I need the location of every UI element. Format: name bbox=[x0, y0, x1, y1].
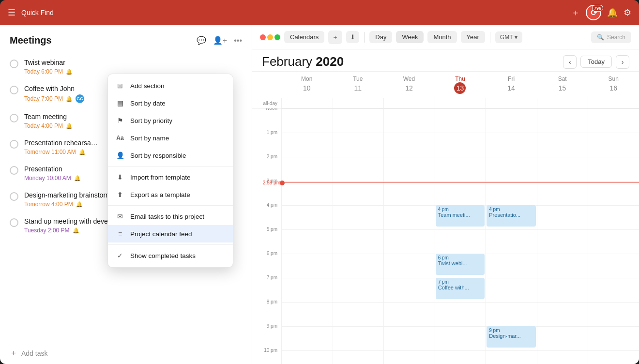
time-cell[interactable] bbox=[333, 350, 384, 364]
close-dot[interactable] bbox=[260, 34, 266, 40]
time-cell[interactable] bbox=[435, 302, 486, 326]
time-cell[interactable] bbox=[435, 108, 486, 133]
more-icon[interactable]: ••• bbox=[234, 36, 242, 45]
month-button[interactable]: Month bbox=[427, 31, 456, 43]
time-cell[interactable] bbox=[486, 133, 537, 157]
calendar-body[interactable]: Noon1 pm2 pm3 pm4 pm5 pm6 pm7 pm8 pm9 pm… bbox=[252, 108, 639, 364]
gear-icon[interactable]: ⚙ bbox=[624, 7, 631, 18]
time-cell[interactable] bbox=[588, 108, 639, 133]
next-button[interactable]: › bbox=[616, 55, 629, 69]
time-cell[interactable] bbox=[537, 326, 588, 350]
time-cell[interactable] bbox=[588, 229, 639, 254]
time-cell[interactable] bbox=[281, 302, 333, 326]
time-cell[interactable] bbox=[537, 254, 588, 278]
calendar-event[interactable]: 4 pm Team meeti... bbox=[436, 205, 485, 227]
task-checkbox-7[interactable] bbox=[10, 218, 18, 227]
time-cell[interactable] bbox=[383, 278, 435, 302]
time-cell[interactable] bbox=[537, 205, 588, 229]
task-checkbox-4[interactable] bbox=[10, 140, 18, 149]
menu-item-sort-name[interactable]: Aa Sort by name bbox=[108, 129, 233, 147]
download-button[interactable]: ⬇ bbox=[346, 31, 359, 43]
prev-button[interactable]: ‹ bbox=[563, 55, 577, 69]
menu-item-show-completed[interactable]: ✓ Show completed tasks bbox=[108, 247, 233, 264]
time-cell[interactable] bbox=[537, 108, 588, 133]
time-cell[interactable] bbox=[333, 326, 384, 350]
search-box[interactable]: 🔍 Search bbox=[591, 31, 631, 43]
time-cell[interactable] bbox=[435, 133, 486, 157]
time-cell[interactable] bbox=[383, 302, 435, 326]
time-cell[interactable] bbox=[281, 205, 333, 229]
time-cell[interactable] bbox=[383, 157, 435, 181]
add-task-button[interactable]: ＋ Add task bbox=[0, 342, 252, 364]
menu-item-calendar-feed[interactable]: ≡ Project calendar feed bbox=[108, 225, 233, 243]
bell-icon[interactable]: 🔔 bbox=[607, 7, 618, 18]
time-cell[interactable] bbox=[333, 278, 384, 302]
time-cell[interactable] bbox=[333, 205, 384, 229]
time-cell[interactable] bbox=[486, 350, 537, 364]
time-cell[interactable] bbox=[333, 229, 384, 254]
maximize-dot[interactable] bbox=[274, 34, 280, 40]
menu-item-import-template[interactable]: ⬇ Import from template bbox=[108, 168, 233, 186]
menu-item-sort-priority[interactable]: ⚑ Sort by priority bbox=[108, 112, 233, 129]
week-button[interactable]: Week bbox=[396, 31, 424, 43]
time-cell[interactable] bbox=[435, 350, 486, 364]
time-cell[interactable] bbox=[588, 181, 639, 205]
calendar-event[interactable]: 9 pm Design-mar... bbox=[487, 326, 536, 348]
time-cell[interactable] bbox=[281, 278, 333, 302]
menu-item-sort-date[interactable]: ▤ Sort by date bbox=[108, 94, 233, 112]
menu-item-add-section[interactable]: ⊞ Add section bbox=[108, 77, 233, 94]
menu-item-email-tasks[interactable]: ✉ Email tasks to this project bbox=[108, 208, 233, 225]
time-cell[interactable] bbox=[486, 181, 537, 205]
time-cell[interactable] bbox=[383, 205, 435, 229]
time-cell[interactable] bbox=[383, 229, 435, 254]
time-cell[interactable] bbox=[486, 108, 537, 133]
calendar-event[interactable]: 6 pm Twist webi... bbox=[436, 254, 485, 275]
time-cell[interactable] bbox=[333, 108, 384, 133]
time-cell[interactable] bbox=[435, 229, 486, 254]
time-cell[interactable] bbox=[383, 350, 435, 364]
time-cell[interactable] bbox=[333, 302, 384, 326]
task-checkbox-3[interactable] bbox=[10, 114, 18, 122]
time-cell[interactable] bbox=[588, 205, 639, 229]
time-cell[interactable] bbox=[281, 254, 333, 278]
time-cell[interactable] bbox=[383, 254, 435, 278]
time-cell[interactable] bbox=[281, 326, 333, 350]
day-button[interactable]: Day bbox=[369, 31, 392, 43]
time-cell[interactable] bbox=[537, 133, 588, 157]
time-cell[interactable] bbox=[537, 181, 588, 205]
time-cell[interactable] bbox=[588, 278, 639, 302]
time-cell[interactable] bbox=[281, 133, 333, 157]
add-calendar-button[interactable]: ＋ bbox=[328, 30, 342, 44]
calendar-event[interactable]: 4 pm Presentatio... bbox=[487, 205, 536, 227]
time-cell[interactable] bbox=[588, 254, 639, 278]
time-cell[interactable] bbox=[281, 229, 333, 254]
hamburger-icon[interactable]: ☰ bbox=[8, 7, 15, 18]
minimize-dot[interactable] bbox=[267, 34, 273, 40]
add-member-icon[interactable]: 👤+ bbox=[213, 36, 227, 45]
time-cell[interactable] bbox=[486, 302, 537, 326]
calendars-button[interactable]: Calendars bbox=[284, 31, 324, 43]
time-cell[interactable] bbox=[588, 133, 639, 157]
time-cell[interactable] bbox=[383, 181, 435, 205]
gmt-selector[interactable]: GMT ▾ bbox=[495, 31, 523, 43]
time-cell[interactable] bbox=[537, 278, 588, 302]
time-cell[interactable] bbox=[537, 302, 588, 326]
sync-badge[interactable]: 796 bbox=[586, 5, 601, 20]
time-cell[interactable] bbox=[486, 157, 537, 181]
time-cell[interactable] bbox=[383, 108, 435, 133]
time-cell[interactable] bbox=[435, 181, 486, 205]
time-cell[interactable] bbox=[588, 350, 639, 364]
plus-icon[interactable]: ＋ bbox=[571, 7, 580, 18]
time-cell[interactable] bbox=[537, 350, 588, 364]
time-cell[interactable] bbox=[588, 157, 639, 181]
time-cell[interactable] bbox=[333, 133, 384, 157]
calendar-event[interactable]: 7 pm Coffee with... bbox=[436, 278, 485, 299]
menu-item-sort-responsible[interactable]: 👤 Sort by responsible bbox=[108, 147, 233, 164]
time-cell[interactable] bbox=[588, 302, 639, 326]
time-cell[interactable] bbox=[333, 181, 384, 205]
time-cell[interactable] bbox=[383, 326, 435, 350]
time-cell[interactable] bbox=[537, 157, 588, 181]
menu-item-export-template[interactable]: ⬆ Export as a template bbox=[108, 186, 233, 203]
time-cell[interactable] bbox=[435, 326, 486, 350]
comment-icon[interactable]: 💬 bbox=[197, 36, 206, 45]
